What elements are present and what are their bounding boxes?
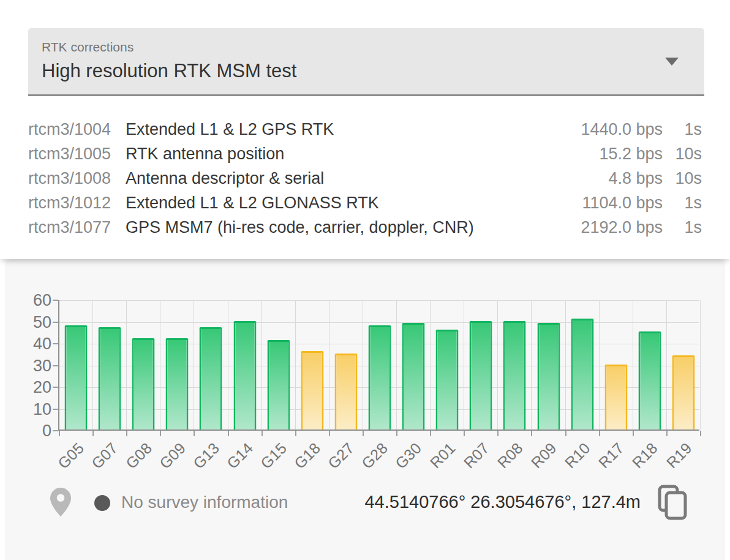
survey-status-bar: No survey information 44.5140766° 26.305… (5, 485, 725, 524)
message-id: rtcm3/1012 (28, 194, 126, 213)
x-axis-tick (497, 431, 499, 436)
message-interval: 10s (663, 145, 702, 164)
x-axis-label-G30: G30 (392, 439, 425, 472)
chart-slot-R08 (498, 300, 532, 429)
message-rate: 15.2 bps (599, 145, 663, 164)
rtcm-message-row: rtcm3/1004 Extended L1 & L2 GPS RTK 1440… (28, 117, 702, 142)
chart-slot-G08 (127, 300, 160, 429)
base-coordinates: 44.5140766° 26.3054676°, 127.4m (364, 492, 641, 512)
x-axis-label-G05: G05 (55, 439, 88, 472)
y-axis-label: 30 (33, 356, 51, 375)
y-axis-tick (53, 409, 58, 410)
y-axis-tick (53, 387, 58, 388)
x-axis-label-G07: G07 (88, 439, 121, 472)
message-interval: 10s (663, 169, 702, 188)
rtcm-message-row: rtcm3/1005 RTK antenna position 15.2 bps… (28, 142, 702, 166)
dropdown-label: RTK corrections (42, 40, 134, 55)
message-rate: 2192.0 bps (581, 218, 663, 237)
message-description: GPS MSM7 (hi-res code, carrier, doppler,… (126, 218, 474, 237)
x-axis-label-R07: R07 (460, 439, 492, 472)
message-id: rtcm3/1008 (28, 169, 126, 188)
message-id: rtcm3/1005 (28, 145, 126, 164)
chart-slot-G15 (262, 300, 296, 429)
chevron-down-icon (665, 58, 679, 66)
chart-slot-G14 (228, 300, 262, 429)
chart-slot-G30 (397, 300, 431, 429)
x-axis-tick (666, 431, 668, 436)
rtcm-message-list: rtcm3/1004 Extended L1 & L2 GPS RTK 1440… (28, 117, 702, 240)
x-axis-label-R09: R09 (528, 439, 560, 472)
y-axis-label: 10 (33, 399, 51, 418)
chart-slot-G13 (194, 300, 228, 429)
y-axis-label: 40 (33, 335, 51, 354)
snr-bar-G05 (65, 325, 88, 429)
x-axis-tick (430, 431, 431, 436)
chart-slot-R10 (566, 300, 600, 429)
x-axis-label-R18: R18 (629, 439, 661, 472)
dropdown-selected-value: High resolution RTK MSM test (42, 60, 296, 82)
snr-bar-G07 (99, 327, 121, 429)
x-axis-tick (396, 431, 397, 436)
x-axis-tick (464, 431, 465, 436)
chart-slot-R18 (633, 300, 667, 429)
survey-status-dot-icon (94, 495, 110, 511)
x-axis-tick (160, 431, 161, 436)
chart-slot-R09 (532, 300, 565, 429)
chart-slot-G09 (160, 300, 194, 429)
x-axis-tick (262, 431, 263, 436)
chart-slot-R01 (431, 300, 464, 429)
snr-bar-G09 (166, 338, 189, 429)
copy-icon[interactable] (658, 485, 687, 520)
message-description: Extended L1 & L2 GLONASS RTK (126, 194, 379, 213)
x-axis-tick (633, 431, 634, 436)
y-axis-tick (53, 430, 58, 431)
location-pin-icon (50, 488, 71, 516)
message-id: rtcm3/1004 (28, 120, 126, 139)
y-axis-tick (53, 365, 58, 366)
rtcm-message-row: rtcm3/1077 GPS MSM7 (hi-res code, carrie… (28, 215, 702, 240)
x-axis-tick (700, 431, 701, 436)
rtcm-message-row: rtcm3/1012 Extended L1 & L2 GLONASS RTK … (28, 191, 702, 215)
x-axis-label-R08: R08 (494, 439, 526, 472)
message-interval: 1s (663, 194, 702, 213)
snr-bar-R18 (638, 331, 661, 429)
corrections-profile-dropdown[interactable]: RTK corrections High resolution RTK MSM … (28, 28, 704, 96)
x-axis-label-G28: G28 (358, 439, 391, 472)
bar-chart-plot: 0102030405060G05G07G08G09G13G14G15G18G27… (58, 300, 699, 431)
message-rate: 4.8 bps (608, 169, 663, 188)
snr-bar-G13 (200, 327, 222, 429)
x-axis-label-R17: R17 (595, 439, 628, 472)
message-interval: 1s (663, 120, 702, 139)
snr-bar-G08 (132, 338, 155, 429)
message-description: RTK antenna position (126, 145, 284, 164)
snr-bar-R01 (436, 330, 459, 429)
message-rate: 1104.0 bps (582, 194, 663, 213)
snr-bar-R17 (604, 365, 627, 430)
x-axis-label-R19: R19 (663, 439, 695, 472)
rtcm-message-row: rtcm3/1008 Antenna descriptor & serial 4… (28, 166, 702, 191)
y-axis-label: 0 (42, 422, 51, 441)
chart-slot-R07 (464, 300, 498, 429)
x-axis-label-G09: G09 (156, 439, 189, 472)
x-axis-label-G14: G14 (224, 439, 257, 472)
chart-slot-R19 (667, 300, 701, 429)
x-axis-label-G08: G08 (122, 439, 155, 472)
x-axis-label-G27: G27 (325, 439, 358, 472)
y-axis-tick (53, 300, 58, 301)
x-axis-tick (565, 431, 566, 436)
x-axis-tick (194, 431, 195, 436)
y-axis-label: 20 (33, 378, 51, 397)
survey-status-text: No survey information (121, 493, 288, 512)
x-axis-tick (59, 431, 60, 436)
x-axis-label-R01: R01 (426, 439, 459, 472)
satellite-snr-card: 0102030405060G05G07G08G09G13G14G15G18G27… (5, 259, 725, 560)
y-axis-tick (53, 343, 58, 344)
x-axis-label-G15: G15 (257, 439, 290, 472)
snr-bar-G28 (368, 325, 391, 429)
corrections-panel: RTK corrections High resolution RTK MSM … (0, 0, 730, 259)
snr-bar-G18 (301, 351, 323, 429)
y-axis-tick (53, 322, 58, 323)
x-axis-tick (363, 431, 364, 436)
x-axis-tick (295, 431, 296, 436)
x-axis-tick (228, 431, 229, 436)
